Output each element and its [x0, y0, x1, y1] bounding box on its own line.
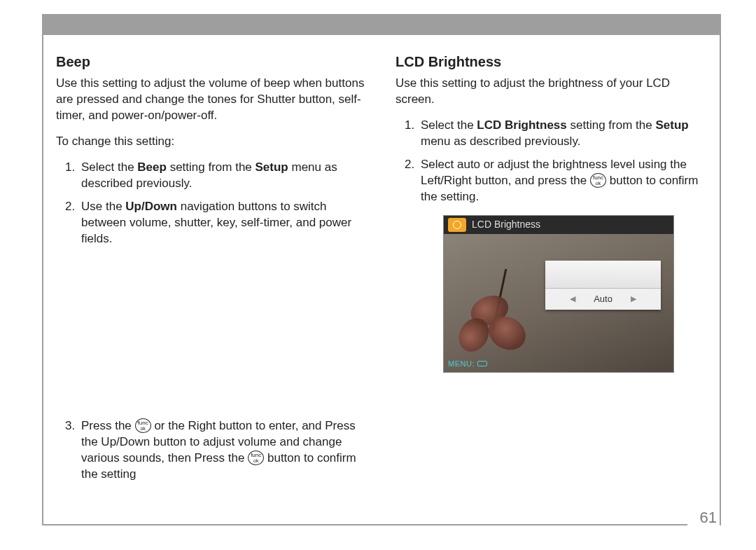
func-ok-icon: funcok — [135, 418, 151, 433]
rule-bottom — [42, 524, 687, 525]
back-icon — [477, 361, 487, 366]
lcd-step-1: Select the LCD Brightness setting from t… — [418, 118, 707, 150]
lcd-screenshot: LCD Brightness ◀ Auto ▶ — [443, 215, 674, 373]
rule-right — [720, 35, 721, 525]
brightness-value-row: ◀ Auto ▶ — [545, 289, 661, 310]
func-ok-icon: funcok — [590, 173, 606, 188]
chevron-left-icon: ◀ — [570, 294, 575, 304]
flower-graphic — [449, 289, 540, 366]
brightness-panel: ◀ Auto ▶ — [545, 261, 661, 310]
header-bar — [42, 14, 721, 35]
beep-steps-cont: Press the funcok or the Right button to … — [56, 418, 368, 483]
beep-intro: Use this setting to adjust the volume of… — [56, 76, 368, 124]
rule-left — [42, 35, 43, 525]
beep-lead: To change this setting: — [56, 134, 368, 150]
screenshot-footer: MENU: — [448, 359, 487, 369]
screenshot-body: ◀ Auto ▶ MENU: — [444, 234, 673, 372]
heading-beep: Beep — [56, 53, 368, 71]
lcd-steps: Select the LCD Brightness setting from t… — [396, 118, 707, 205]
chevron-right-icon: ▶ — [631, 294, 636, 304]
beep-step-2: Use the Up/Down navigation buttons to sw… — [78, 199, 368, 247]
lcd-intro: Use this setting to adjust the brightnes… — [396, 76, 707, 108]
beep-step-1: Select the Beep setting from the Setup m… — [78, 160, 368, 192]
brightness-value: Auto — [594, 293, 612, 305]
beep-step-3: Press the funcok or the Right button to … — [78, 418, 368, 483]
heading-lcd: LCD Brightness — [396, 53, 707, 71]
screenshot-title: LCD Brightness — [472, 218, 540, 231]
page-number: 61 — [694, 507, 717, 528]
beep-steps: Select the Beep setting from the Setup m… — [56, 160, 368, 247]
content-columns: Beep Use this setting to adjust the volu… — [56, 53, 707, 511]
lcd-step-2: Select auto or adjust the brightness lev… — [418, 157, 707, 205]
brightness-slider — [545, 261, 661, 289]
func-ok-icon: funcok — [248, 451, 264, 465]
setup-tab-icon — [448, 218, 466, 232]
screenshot-header: LCD Brightness — [444, 216, 673, 234]
column-lcd: LCD Brightness Use this setting to adjus… — [396, 53, 707, 511]
column-beep: Beep Use this setting to adjust the volu… — [56, 53, 368, 511]
page-frame: Beep Use this setting to adjust the volu… — [42, 14, 721, 525]
